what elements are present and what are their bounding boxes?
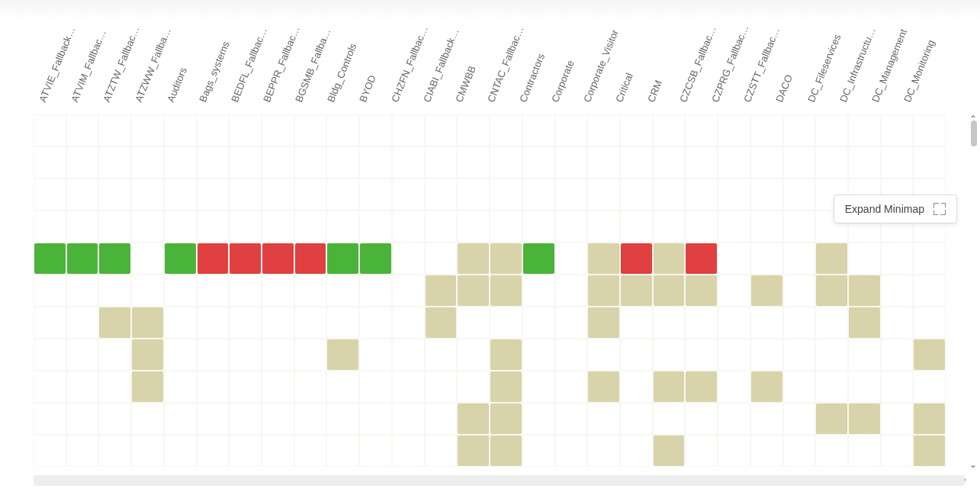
heatmap-cell[interactable] [295, 179, 326, 210]
heatmap-cell[interactable] [262, 243, 294, 274]
heatmap-cell[interactable] [198, 307, 229, 338]
heatmap-cell[interactable] [588, 403, 619, 434]
heatmap-cell[interactable] [327, 115, 358, 146]
heatmap-cell[interactable] [784, 307, 815, 338]
heatmap-cell[interactable] [458, 179, 489, 210]
heatmap-cell[interactable] [327, 403, 358, 434]
heatmap-cell[interactable] [784, 147, 815, 178]
heatmap-cell[interactable] [816, 147, 847, 178]
heatmap-cell[interactable] [556, 436, 587, 466]
heatmap-cell[interactable] [654, 211, 685, 242]
heatmap-cell[interactable] [718, 307, 750, 338]
heatmap-cell[interactable] [849, 275, 880, 306]
heatmap-cell[interactable] [198, 211, 229, 242]
heatmap-cell[interactable] [588, 307, 619, 338]
heatmap-cell[interactable] [784, 339, 815, 370]
heatmap-cell[interactable] [360, 403, 391, 434]
heatmap-cell[interactable] [393, 243, 424, 274]
heatmap-cell[interactable] [230, 243, 261, 274]
heatmap-cell[interactable] [816, 436, 847, 466]
heatmap-cell[interactable] [393, 179, 424, 210]
heatmap-cell[interactable] [784, 436, 815, 466]
heatmap-cell[interactable] [262, 307, 294, 338]
heatmap-cell[interactable] [654, 307, 685, 338]
heatmap-cell[interactable] [426, 339, 457, 370]
heatmap-cell[interactable] [34, 243, 66, 274]
heatmap-cell[interactable] [751, 243, 782, 274]
heatmap-cell[interactable] [295, 339, 326, 370]
heatmap-cell[interactable] [132, 275, 163, 306]
heatmap-cell[interactable] [295, 403, 326, 434]
heatmap-cell[interactable] [523, 436, 554, 466]
heatmap-cell[interactable] [556, 371, 587, 402]
heatmap-cell[interactable] [198, 275, 229, 306]
heatmap-cell[interactable] [34, 371, 66, 402]
heatmap-cell[interactable] [262, 339, 294, 370]
heatmap-cell[interactable] [458, 403, 489, 434]
heatmap-cell[interactable] [914, 243, 945, 274]
heatmap-cell[interactable] [556, 403, 587, 434]
heatmap-cell[interactable] [523, 179, 554, 210]
column-header[interactable]: Bags_systems [197, 40, 232, 104]
heatmap-cell[interactable] [816, 243, 847, 274]
heatmap-cell[interactable] [458, 436, 489, 466]
heatmap-cell[interactable] [230, 115, 261, 146]
heatmap-cell[interactable] [686, 339, 717, 370]
heatmap-cell[interactable] [490, 115, 522, 146]
heatmap-cell[interactable] [621, 115, 652, 146]
heatmap-cell[interactable] [99, 307, 130, 338]
heatmap-cell[interactable] [588, 275, 619, 306]
heatmap-cell[interactable] [295, 211, 326, 242]
heatmap-cell[interactable] [99, 403, 130, 434]
heatmap-cell[interactable] [67, 307, 98, 338]
heatmap-cell[interactable] [262, 115, 294, 146]
heatmap-cell[interactable] [198, 339, 229, 370]
heatmap-cell[interactable] [654, 371, 685, 402]
heatmap-cell[interactable] [849, 436, 880, 466]
column-header[interactable]: BYOD [357, 73, 378, 104]
heatmap-cell[interactable] [295, 371, 326, 402]
heatmap-cell[interactable] [686, 211, 717, 242]
heatmap-cell[interactable] [67, 115, 98, 146]
heatmap-cell[interactable] [849, 307, 880, 338]
heatmap-cell[interactable] [34, 275, 66, 306]
heatmap-cell[interactable] [751, 403, 782, 434]
heatmap-cell[interactable] [523, 115, 554, 146]
heatmap-cell[interactable] [262, 147, 294, 178]
heatmap-cell[interactable] [784, 179, 815, 210]
heatmap-cell[interactable] [327, 436, 358, 466]
heatmap-cell[interactable] [34, 436, 66, 466]
heatmap-cell[interactable] [99, 147, 130, 178]
heatmap-cell[interactable] [360, 147, 391, 178]
heatmap-cell[interactable] [99, 179, 130, 210]
heatmap-cell[interactable] [490, 339, 522, 370]
heatmap-cell[interactable] [426, 179, 457, 210]
heatmap-cell[interactable] [458, 211, 489, 242]
heatmap-cell[interactable] [882, 307, 913, 338]
heatmap-cell[interactable] [327, 243, 358, 274]
heatmap-cell[interactable] [360, 179, 391, 210]
heatmap-cell[interactable] [490, 243, 522, 274]
heatmap-cell[interactable] [849, 371, 880, 402]
heatmap-cell[interactable] [262, 371, 294, 402]
heatmap-cell[interactable] [784, 115, 815, 146]
heatmap-cell[interactable] [198, 371, 229, 402]
heatmap-cell[interactable] [34, 211, 66, 242]
heatmap-cell[interactable] [686, 436, 717, 466]
heatmap-cell[interactable] [262, 179, 294, 210]
column-header[interactable]: DACO [773, 73, 795, 104]
heatmap-cell[interactable] [295, 307, 326, 338]
heatmap-cell[interactable] [132, 307, 163, 338]
heatmap-cell[interactable] [132, 339, 163, 370]
heatmap-cell[interactable] [230, 371, 261, 402]
heatmap-cell[interactable] [882, 339, 913, 370]
heatmap-cell[interactable] [654, 275, 685, 306]
heatmap-cell[interactable] [621, 147, 652, 178]
heatmap-cell[interactable] [132, 179, 163, 210]
heatmap-cell[interactable] [621, 339, 652, 370]
heatmap-cell[interactable] [882, 436, 913, 466]
heatmap-cell[interactable] [556, 115, 587, 146]
heatmap-cell[interactable] [588, 147, 619, 178]
column-header[interactable]: CMWBB [453, 64, 478, 104]
heatmap-cell[interactable] [360, 339, 391, 370]
